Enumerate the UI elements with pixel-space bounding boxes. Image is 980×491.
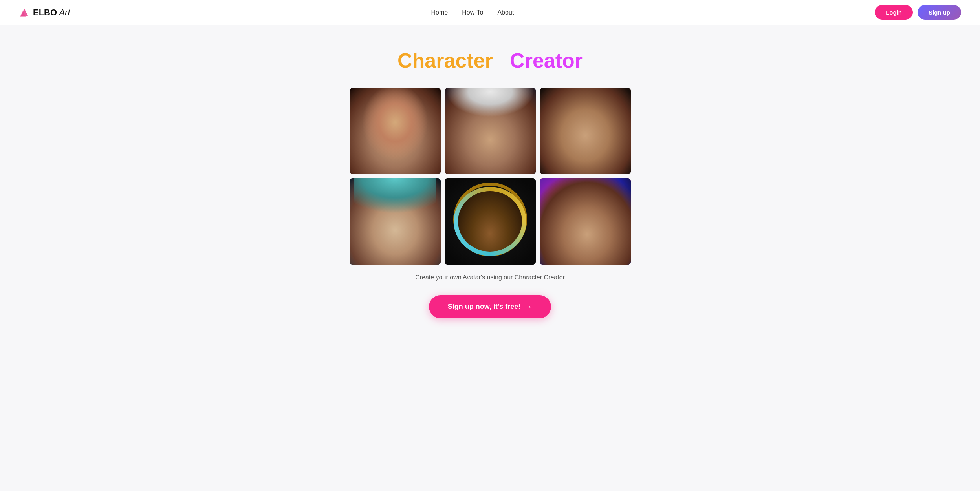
svg-point-68 bbox=[486, 222, 494, 227]
svg-point-57 bbox=[469, 221, 512, 253]
avatar-image-3 bbox=[540, 88, 631, 174]
svg-point-59 bbox=[478, 208, 502, 235]
signup-button[interactable]: Sign up bbox=[918, 5, 961, 20]
cta-arrow-icon: → bbox=[524, 302, 532, 311]
svg-point-25 bbox=[495, 129, 503, 135]
svg-point-21 bbox=[469, 111, 512, 159]
svg-point-43 bbox=[374, 199, 416, 250]
svg-point-77 bbox=[570, 230, 601, 244]
svg-point-29 bbox=[552, 161, 619, 174]
svg-point-35 bbox=[573, 129, 581, 135]
svg-point-17 bbox=[452, 142, 461, 151]
cta-label: Sign up now, it's free! bbox=[448, 303, 521, 311]
subtitle-text: Create your own Avatar's using our Chara… bbox=[415, 274, 565, 281]
nav-links: Home How-To About bbox=[431, 9, 514, 16]
nav-link-howto[interactable]: How-To bbox=[462, 9, 483, 16]
svg-point-9 bbox=[385, 129, 389, 133]
svg-point-39 bbox=[583, 138, 587, 140]
svg-point-37 bbox=[575, 130, 579, 134]
login-button[interactable]: Login bbox=[875, 5, 913, 20]
svg-point-79 bbox=[590, 219, 598, 225]
svg-point-56 bbox=[462, 191, 518, 248]
svg-point-32 bbox=[562, 93, 608, 136]
svg-point-67 bbox=[496, 216, 498, 217]
svg-point-11 bbox=[393, 137, 397, 139]
logo-icon bbox=[19, 7, 30, 18]
svg-point-64 bbox=[482, 215, 486, 220]
nav-link-home[interactable]: Home bbox=[431, 9, 448, 16]
svg-point-24 bbox=[478, 129, 485, 135]
svg-rect-20 bbox=[484, 146, 496, 161]
svg-point-61 bbox=[496, 196, 518, 223]
svg-point-80 bbox=[575, 220, 579, 224]
svg-marker-51 bbox=[372, 227, 376, 232]
avatar-grid bbox=[350, 88, 631, 265]
svg-point-69 bbox=[487, 239, 493, 245]
svg-rect-52 bbox=[445, 178, 536, 265]
svg-rect-2 bbox=[350, 88, 441, 174]
svg-rect-30 bbox=[579, 146, 592, 161]
svg-point-10 bbox=[401, 129, 405, 133]
svg-point-15 bbox=[460, 111, 476, 127]
svg-point-48 bbox=[385, 220, 388, 224]
logo[interactable]: ELBO Art bbox=[19, 7, 70, 18]
svg-point-7 bbox=[383, 128, 391, 134]
svg-point-82 bbox=[583, 229, 587, 231]
svg-point-81 bbox=[592, 220, 596, 224]
svg-point-70 bbox=[488, 240, 492, 244]
logo-text: ELBO Art bbox=[33, 7, 70, 18]
svg-point-47 bbox=[400, 219, 408, 225]
avatar-image-1 bbox=[350, 88, 441, 174]
svg-point-19 bbox=[455, 161, 526, 174]
svg-point-22 bbox=[467, 96, 513, 137]
svg-point-41 bbox=[360, 250, 430, 265]
svg-rect-4 bbox=[389, 145, 401, 161]
svg-point-13 bbox=[415, 132, 419, 138]
avatar-image-4 bbox=[350, 178, 441, 265]
svg-point-8 bbox=[399, 128, 407, 134]
cta-signup-button[interactable]: Sign up now, it's free! → bbox=[429, 295, 551, 318]
svg-point-62 bbox=[480, 214, 487, 221]
svg-point-18 bbox=[519, 131, 527, 139]
nav-link-about[interactable]: About bbox=[497, 9, 514, 16]
hero-title: Character Creator bbox=[397, 49, 583, 72]
svg-point-44 bbox=[372, 183, 418, 224]
svg-point-76 bbox=[562, 183, 608, 224]
svg-point-34 bbox=[599, 119, 613, 151]
avatar-image-6 bbox=[540, 178, 631, 265]
svg-point-50 bbox=[393, 228, 397, 230]
svg-point-55 bbox=[460, 189, 521, 250]
svg-point-45 bbox=[368, 208, 381, 241]
svg-rect-42 bbox=[389, 236, 401, 253]
svg-point-5 bbox=[374, 108, 417, 159]
svg-point-27 bbox=[497, 130, 501, 134]
svg-point-33 bbox=[557, 119, 572, 151]
svg-rect-74 bbox=[579, 236, 592, 253]
svg-rect-14 bbox=[445, 88, 536, 174]
avatar-image-5 bbox=[445, 178, 536, 265]
svg-point-26 bbox=[480, 130, 484, 134]
svg-point-23 bbox=[476, 143, 504, 159]
svg-rect-28 bbox=[540, 88, 631, 174]
svg-point-31 bbox=[564, 109, 606, 159]
svg-point-38 bbox=[592, 130, 596, 134]
svg-point-46 bbox=[383, 219, 390, 225]
svg-point-58 bbox=[470, 200, 511, 239]
avatar-image-2 bbox=[445, 88, 536, 174]
svg-point-78 bbox=[573, 219, 581, 225]
svg-point-60 bbox=[462, 196, 483, 223]
svg-point-65 bbox=[495, 215, 498, 220]
title-character: Character bbox=[397, 49, 493, 72]
svg-point-73 bbox=[551, 252, 620, 265]
svg-point-54 bbox=[460, 189, 521, 250]
title-creator: Creator bbox=[510, 49, 583, 72]
svg-rect-71 bbox=[540, 178, 631, 265]
svg-point-3 bbox=[364, 159, 427, 174]
navbar: ELBO Art Home How-To About Login Sign up bbox=[0, 0, 980, 25]
svg-point-12 bbox=[372, 132, 376, 138]
svg-point-75 bbox=[564, 199, 606, 250]
svg-point-63 bbox=[493, 214, 500, 221]
svg-point-72 bbox=[597, 194, 628, 265]
svg-point-49 bbox=[402, 220, 406, 224]
svg-point-53 bbox=[455, 184, 526, 255]
